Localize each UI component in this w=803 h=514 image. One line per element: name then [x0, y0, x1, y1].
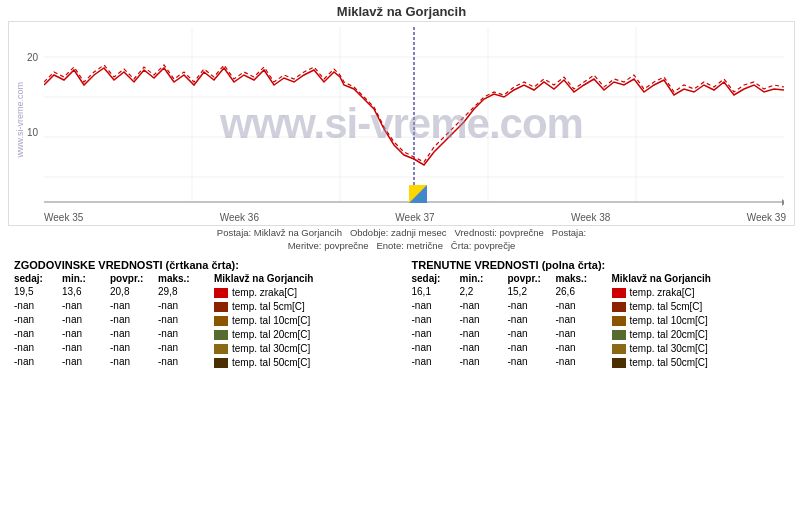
legend-label: temp. tal 10cm[C] — [630, 314, 708, 328]
legend-color-swatch — [214, 330, 228, 340]
curr-row-3: -nan -nan -nan -nan — [412, 327, 598, 341]
legend-label: temp. tal 30cm[C] — [232, 342, 310, 356]
y-label-20: 20 — [27, 52, 38, 63]
legend-color-swatch — [214, 288, 228, 298]
legend-label: temp. tal 50cm[C] — [630, 356, 708, 370]
current-data-cols: sedaj: min.: povpr.: maks.: 16,1 2,2 15,… — [412, 273, 598, 369]
main-container: Miklavž na Gorjancih www.si-vreme.com 20… — [0, 0, 803, 514]
curr-row-4: -nan -nan -nan -nan — [412, 341, 598, 355]
legend-label: temp. tal 30cm[C] — [630, 342, 708, 356]
hist-legend-items: temp. zraka[C]temp. tal 5cm[C]temp. tal … — [214, 286, 313, 370]
legend-label: temp. tal 5cm[C] — [232, 300, 305, 314]
legend-item: temp. tal 30cm[C] — [214, 342, 313, 356]
hist-row-3: -nan -nan -nan -nan — [14, 327, 200, 341]
legend-color-swatch — [214, 316, 228, 326]
hist-row-4: -nan -nan -nan -nan — [14, 341, 200, 355]
current-section: TRENUTNE VREDNOSTI (polna črta): sedaj: … — [412, 259, 790, 370]
legend-item: temp. zraka[C] — [612, 286, 711, 300]
legend-label: temp. tal 20cm[C] — [630, 328, 708, 342]
legend-color-swatch — [612, 302, 626, 312]
legend-item: temp. tal 50cm[C] — [612, 356, 711, 370]
legend-color-swatch — [612, 358, 626, 368]
hist-header-2: povpr.: — [110, 273, 152, 284]
legend-label: temp. tal 20cm[C] — [232, 328, 310, 342]
legend-item: temp. tal 20cm[C] — [612, 328, 711, 342]
y-label-10: 10 — [27, 127, 38, 138]
curr-row-2: -nan -nan -nan -nan — [412, 313, 598, 327]
legend-item: temp. tal 50cm[C] — [214, 356, 313, 370]
curr-header-3: maks.: — [556, 273, 598, 284]
x-label-week39: Week 39 — [747, 212, 786, 223]
legend-color-swatch — [214, 344, 228, 354]
historical-title: ZGODOVINSKE VREDNOSTI (črtkana črta): — [14, 259, 392, 271]
historical-section: ZGODOVINSKE VREDNOSTI (črtkana črta): se… — [14, 259, 392, 370]
legend-color-swatch — [612, 344, 626, 354]
chart-title: Miklavž na Gorjancih — [0, 0, 803, 21]
subtitle1: Postaja: Miklavž na Gorjancih Obdobje: z… — [0, 226, 803, 239]
legend-label: temp. tal 50cm[C] — [232, 356, 310, 370]
watermark-vertical: www.si-vreme.com — [15, 82, 25, 158]
legend-label: temp. tal 5cm[C] — [630, 300, 703, 314]
curr-legend: Miklavž na Gorjancih temp. zraka[C]temp.… — [612, 273, 711, 370]
x-label-week38: Week 38 — [571, 212, 610, 223]
hist-row-5: -nan -nan -nan -nan — [14, 355, 200, 369]
x-label-week36: Week 36 — [220, 212, 259, 223]
hist-header-3: maks.: — [158, 273, 200, 284]
curr-row-0: 16,1 2,2 15,2 26,6 — [412, 285, 598, 299]
legend-color-swatch — [612, 288, 626, 298]
x-label-week35: Week 35 — [44, 212, 83, 223]
legend-color-swatch — [612, 330, 626, 340]
curr-header-2: povpr.: — [508, 273, 550, 284]
hist-legend: Miklavž na Gorjancih temp. zraka[C]temp.… — [214, 273, 313, 370]
legend-label: temp. zraka[C] — [630, 286, 695, 300]
hist-legend-title: Miklavž na Gorjancih — [214, 273, 313, 284]
historical-data-cols: sedaj: min.: povpr.: maks.: 19,5 13,6 20… — [14, 273, 200, 369]
legend-item: temp. tal 30cm[C] — [612, 342, 711, 356]
hist-row-0: 19,5 13,6 20,8 29,8 — [14, 285, 200, 299]
hist-row-1: -nan -nan -nan -nan — [14, 299, 200, 313]
curr-legend-title: Miklavž na Gorjancih — [612, 273, 711, 284]
legend-item: temp. tal 5cm[C] — [612, 300, 711, 314]
hist-header-1: min.: — [62, 273, 104, 284]
current-title: TRENUTNE VREDNOSTI (polna črta): — [412, 259, 790, 271]
curr-legend-items: temp. zraka[C]temp. tal 5cm[C]temp. tal … — [612, 286, 711, 370]
curr-row-1: -nan -nan -nan -nan — [412, 299, 598, 313]
curr-header-1: min.: — [460, 273, 502, 284]
legend-item: temp. tal 20cm[C] — [214, 328, 313, 342]
legend-label: temp. tal 10cm[C] — [232, 314, 310, 328]
legend-label: temp. zraka[C] — [232, 286, 297, 300]
legend-item: temp. tal 10cm[C] — [214, 314, 313, 328]
legend-item: temp. tal 10cm[C] — [612, 314, 711, 328]
legend-color-swatch — [612, 316, 626, 326]
hist-header-0: sedaj: — [14, 273, 56, 284]
curr-row-5: -nan -nan -nan -nan — [412, 355, 598, 369]
curr-header-0: sedaj: — [412, 273, 454, 284]
x-label-week37: Week 37 — [395, 212, 434, 223]
chart-svg — [44, 27, 784, 217]
x-axis-labels: Week 35 Week 36 Week 37 Week 38 Week 39 — [44, 212, 786, 223]
hist-row-2: -nan -nan -nan -nan — [14, 313, 200, 327]
legend-item: temp. zraka[C] — [214, 286, 313, 300]
legend-color-swatch — [214, 358, 228, 368]
legend-item: temp. tal 5cm[C] — [214, 300, 313, 314]
legend-color-swatch — [214, 302, 228, 312]
subtitle2: Meritve: povprečne Enote: metrične Črta:… — [0, 239, 803, 255]
